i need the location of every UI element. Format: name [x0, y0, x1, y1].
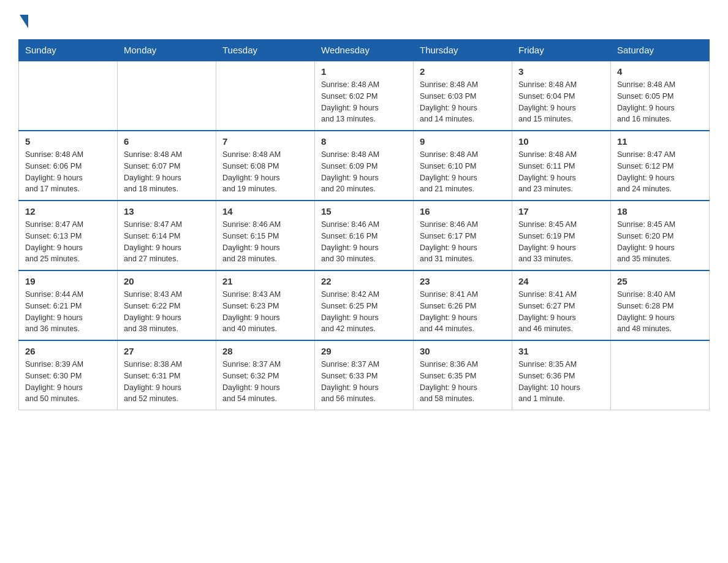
day-number: 3 — [518, 66, 604, 77]
calendar-cell: 28Sunrise: 8:37 AMSunset: 6:32 PMDayligh… — [216, 340, 315, 410]
day-number: 2 — [420, 66, 506, 77]
calendar-cell: 7Sunrise: 8:48 AMSunset: 6:08 PMDaylight… — [216, 131, 315, 201]
day-number: 17 — [518, 206, 604, 216]
day-number: 16 — [420, 206, 506, 216]
calendar-cell: 29Sunrise: 8:37 AMSunset: 6:33 PMDayligh… — [315, 340, 414, 410]
day-info: Sunrise: 8:48 AMSunset: 6:03 PMDaylight:… — [420, 79, 506, 125]
calendar-cell: 31Sunrise: 8:35 AMSunset: 6:36 PMDayligh… — [512, 340, 611, 410]
day-number: 11 — [617, 136, 703, 147]
day-number: 27 — [124, 346, 210, 356]
day-info: Sunrise: 8:48 AMSunset: 6:08 PMDaylight:… — [222, 149, 308, 195]
day-info: Sunrise: 8:43 AMSunset: 6:23 PMDaylight:… — [222, 289, 308, 335]
calendar-cell: 17Sunrise: 8:45 AMSunset: 6:19 PMDayligh… — [512, 201, 611, 270]
weekday-header-sunday: Sunday — [19, 40, 118, 61]
calendar-table: SundayMondayTuesdayWednesdayThursdayFrid… — [18, 39, 710, 410]
day-number: 14 — [222, 206, 308, 216]
calendar-cell — [611, 340, 710, 410]
logo — [18, 12, 28, 28]
weekday-header-row: SundayMondayTuesdayWednesdayThursdayFrid… — [19, 40, 710, 61]
day-number: 19 — [25, 276, 111, 286]
day-info: Sunrise: 8:48 AMSunset: 6:10 PMDaylight:… — [420, 149, 506, 195]
weekday-header-tuesday: Tuesday — [216, 40, 315, 61]
weekday-header-wednesday: Wednesday — [315, 40, 414, 61]
day-number: 25 — [617, 276, 703, 286]
day-number: 30 — [420, 346, 506, 356]
day-number: 13 — [124, 206, 210, 216]
day-info: Sunrise: 8:47 AMSunset: 6:14 PMDaylight:… — [124, 219, 210, 265]
day-number: 5 — [25, 136, 111, 147]
calendar-cell: 16Sunrise: 8:46 AMSunset: 6:17 PMDayligh… — [414, 201, 512, 270]
day-number: 28 — [222, 346, 308, 356]
calendar-cell: 9Sunrise: 8:48 AMSunset: 6:10 PMDaylight… — [414, 131, 512, 201]
calendar-cell: 11Sunrise: 8:47 AMSunset: 6:12 PMDayligh… — [611, 131, 710, 201]
calendar-cell: 30Sunrise: 8:36 AMSunset: 6:35 PMDayligh… — [414, 340, 512, 410]
calendar-cell: 26Sunrise: 8:39 AMSunset: 6:30 PMDayligh… — [19, 340, 118, 410]
day-number: 18 — [617, 206, 703, 216]
calendar-cell: 27Sunrise: 8:38 AMSunset: 6:31 PMDayligh… — [118, 340, 216, 410]
calendar-cell: 15Sunrise: 8:46 AMSunset: 6:16 PMDayligh… — [315, 201, 414, 270]
week-row-1: 1Sunrise: 8:48 AMSunset: 6:02 PMDaylight… — [19, 61, 710, 131]
calendar-cell: 14Sunrise: 8:46 AMSunset: 6:15 PMDayligh… — [216, 201, 315, 270]
day-info: Sunrise: 8:42 AMSunset: 6:25 PMDaylight:… — [321, 289, 407, 335]
day-info: Sunrise: 8:48 AMSunset: 6:09 PMDaylight:… — [321, 149, 407, 195]
day-number: 12 — [25, 206, 111, 216]
calendar-cell: 24Sunrise: 8:41 AMSunset: 6:27 PMDayligh… — [512, 270, 611, 340]
day-number: 24 — [518, 276, 604, 286]
weekday-header-friday: Friday — [512, 40, 611, 61]
calendar-cell: 10Sunrise: 8:48 AMSunset: 6:11 PMDayligh… — [512, 131, 611, 201]
calendar-cell: 18Sunrise: 8:45 AMSunset: 6:20 PMDayligh… — [611, 201, 710, 270]
day-info: Sunrise: 8:48 AMSunset: 6:02 PMDaylight:… — [321, 79, 407, 125]
calendar-cell: 1Sunrise: 8:48 AMSunset: 6:02 PMDaylight… — [315, 61, 414, 131]
day-number: 21 — [222, 276, 308, 286]
day-number: 6 — [124, 136, 210, 147]
day-info: Sunrise: 8:45 AMSunset: 6:20 PMDaylight:… — [617, 219, 703, 265]
calendar-cell: 13Sunrise: 8:47 AMSunset: 6:14 PMDayligh… — [118, 201, 216, 270]
day-info: Sunrise: 8:46 AMSunset: 6:17 PMDaylight:… — [420, 219, 506, 265]
day-info: Sunrise: 8:44 AMSunset: 6:21 PMDaylight:… — [25, 289, 111, 335]
day-info: Sunrise: 8:46 AMSunset: 6:15 PMDaylight:… — [222, 219, 308, 265]
calendar-body: 1Sunrise: 8:48 AMSunset: 6:02 PMDaylight… — [19, 61, 710, 410]
calendar-cell: 3Sunrise: 8:48 AMSunset: 6:04 PMDaylight… — [512, 61, 611, 131]
day-number: 26 — [25, 346, 111, 356]
calendar-cell: 4Sunrise: 8:48 AMSunset: 6:05 PMDaylight… — [611, 61, 710, 131]
week-row-2: 5Sunrise: 8:48 AMSunset: 6:06 PMDaylight… — [19, 131, 710, 201]
day-number: 10 — [518, 136, 604, 147]
day-info: Sunrise: 8:47 AMSunset: 6:13 PMDaylight:… — [25, 219, 111, 265]
calendar-cell: 22Sunrise: 8:42 AMSunset: 6:25 PMDayligh… — [315, 270, 414, 340]
header — [18, 12, 710, 28]
day-info: Sunrise: 8:41 AMSunset: 6:26 PMDaylight:… — [420, 289, 506, 335]
day-info: Sunrise: 8:48 AMSunset: 6:04 PMDaylight:… — [518, 79, 604, 125]
day-number: 4 — [617, 66, 703, 77]
day-info: Sunrise: 8:41 AMSunset: 6:27 PMDaylight:… — [518, 289, 604, 335]
day-info: Sunrise: 8:43 AMSunset: 6:22 PMDaylight:… — [124, 289, 210, 335]
calendar-cell — [19, 61, 118, 131]
week-row-5: 26Sunrise: 8:39 AMSunset: 6:30 PMDayligh… — [19, 340, 710, 410]
day-number: 20 — [124, 276, 210, 286]
day-info: Sunrise: 8:48 AMSunset: 6:06 PMDaylight:… — [25, 149, 111, 195]
day-info: Sunrise: 8:48 AMSunset: 6:07 PMDaylight:… — [124, 149, 210, 195]
day-info: Sunrise: 8:37 AMSunset: 6:33 PMDaylight:… — [321, 359, 407, 405]
calendar-cell: 25Sunrise: 8:40 AMSunset: 6:28 PMDayligh… — [611, 270, 710, 340]
day-info: Sunrise: 8:46 AMSunset: 6:16 PMDaylight:… — [321, 219, 407, 265]
calendar-cell — [118, 61, 216, 131]
day-info: Sunrise: 8:40 AMSunset: 6:28 PMDaylight:… — [617, 289, 703, 335]
day-number: 9 — [420, 136, 506, 147]
day-number: 22 — [321, 276, 407, 286]
calendar-cell: 6Sunrise: 8:48 AMSunset: 6:07 PMDaylight… — [118, 131, 216, 201]
day-info: Sunrise: 8:38 AMSunset: 6:31 PMDaylight:… — [124, 359, 210, 405]
weekday-header-monday: Monday — [118, 40, 216, 61]
calendar-cell: 19Sunrise: 8:44 AMSunset: 6:21 PMDayligh… — [19, 270, 118, 340]
calendar-cell: 5Sunrise: 8:48 AMSunset: 6:06 PMDaylight… — [19, 131, 118, 201]
day-number: 29 — [321, 346, 407, 356]
day-number: 7 — [222, 136, 308, 147]
calendar-cell: 8Sunrise: 8:48 AMSunset: 6:09 PMDaylight… — [315, 131, 414, 201]
calendar-header: SundayMondayTuesdayWednesdayThursdayFrid… — [19, 40, 710, 61]
day-info: Sunrise: 8:39 AMSunset: 6:30 PMDaylight:… — [25, 359, 111, 405]
weekday-header-saturday: Saturday — [611, 40, 710, 61]
day-number: 1 — [321, 66, 407, 77]
day-number: 8 — [321, 136, 407, 147]
day-info: Sunrise: 8:47 AMSunset: 6:12 PMDaylight:… — [617, 149, 703, 195]
week-row-3: 12Sunrise: 8:47 AMSunset: 6:13 PMDayligh… — [19, 201, 710, 270]
calendar-cell: 12Sunrise: 8:47 AMSunset: 6:13 PMDayligh… — [19, 201, 118, 270]
day-number: 15 — [321, 206, 407, 216]
